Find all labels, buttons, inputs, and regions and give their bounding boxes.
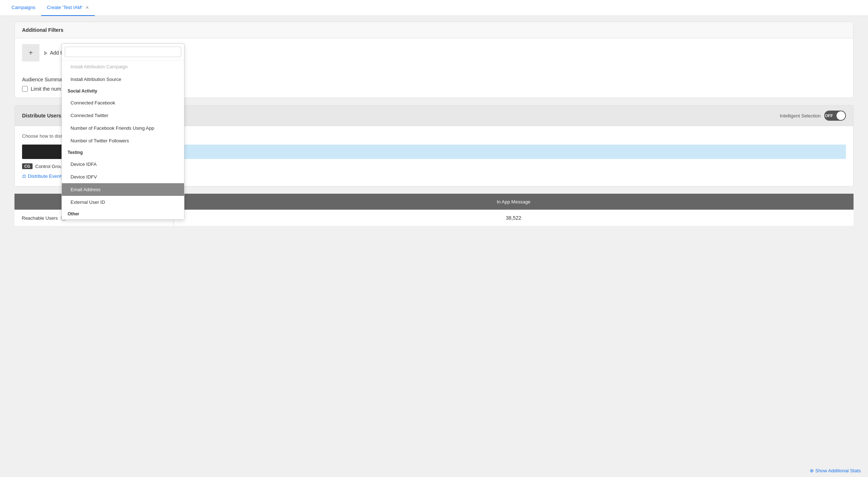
dropdown-search-container [62, 44, 184, 60]
list-item[interactable]: Number of Facebook Friends Using App [62, 122, 184, 134]
list-item[interactable]: Install Attribution Campaign [62, 60, 184, 73]
dropdown-group-social-activity: Social Activity [62, 86, 184, 96]
tab-bar: Campaigns Create 'Test IAM' ✕ [0, 0, 868, 16]
list-item[interactable]: Number of Twitter Followers [62, 134, 184, 147]
in-app-message-label: In App Message [174, 194, 854, 210]
list-item[interactable]: Device IDFV [62, 171, 184, 183]
additional-filters-header: Additional Filters [15, 22, 853, 38]
reachable-users-value: 38,522 [174, 210, 854, 226]
tab-campaigns[interactable]: Campaigns [6, 0, 41, 16]
cg-badge: CG [22, 163, 33, 169]
dropdown-group-other: Other [62, 209, 184, 219]
intelligent-selection-toggle[interactable]: OFF [824, 111, 846, 121]
toggle-knob [837, 111, 845, 120]
add-filter-box[interactable]: + [22, 44, 39, 61]
list-item-email-address[interactable]: Email Address [62, 183, 184, 196]
dropdown-search-input[interactable] [65, 47, 181, 57]
dropdown-list: Install Attribution Campaign Install Att… [62, 60, 184, 219]
dropdown-group-testing: Testing [62, 147, 184, 158]
main-content: Additional Filters + ⊱ Add Filter Select… [0, 22, 868, 226]
filter-icon: ⊱ [44, 50, 48, 56]
filter-dropdown: Install Attribution Campaign Install Att… [61, 43, 184, 220]
close-tab-icon[interactable]: ✕ [85, 5, 89, 10]
list-item[interactable]: Device IDFA [62, 158, 184, 171]
cg-label: Control Group [35, 164, 65, 169]
plus-icon: + [29, 49, 33, 57]
bar-blue [96, 145, 846, 159]
list-item[interactable]: Connected Twitter [62, 109, 184, 122]
limit-checkbox[interactable] [22, 86, 28, 92]
tab-create-iam[interactable]: Create 'Test IAM' ✕ [41, 0, 95, 16]
intelligent-selection: Intelligent Selection OFF [780, 111, 846, 121]
list-item[interactable]: External User ID [62, 196, 184, 209]
reachable-users-label: Reachable Users [22, 215, 58, 221]
intelligent-selection-label: Intelligent Selection [780, 113, 821, 119]
distribute-evenly-icon-1: ⚖ [22, 173, 26, 179]
distribute-evenly-link-1[interactable]: ⚖ Distribute Evenly [22, 173, 63, 179]
list-item[interactable]: Connected Facebook [62, 96, 184, 109]
toggle-label: OFF [825, 113, 833, 118]
list-item[interactable]: Install Attribution Source [62, 73, 184, 86]
